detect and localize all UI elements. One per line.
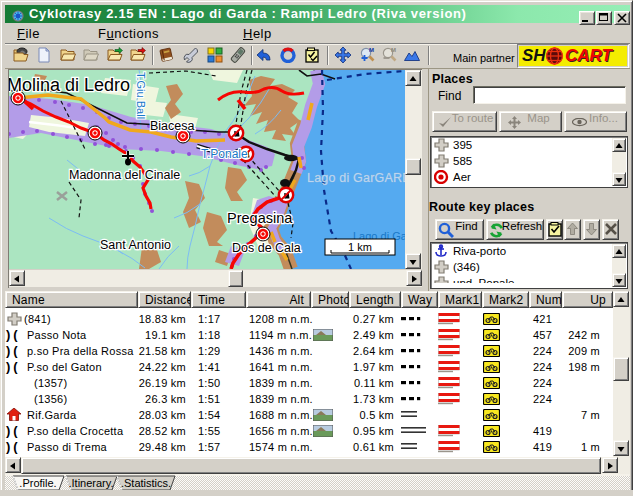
svg-text:T.Ponale: T.Ponale: [201, 147, 248, 161]
svg-text:Molina di Ledro: Molina di Ledro: [9, 75, 130, 95]
svg-text:M: M: [369, 47, 374, 53]
svg-text:.Statistics.: .Statistics.: [121, 477, 171, 489]
svg-text:T.Giu Ball: T.Giu Ball: [135, 72, 147, 119]
svg-text:Madonna del Cinale: Madonna del Cinale: [69, 168, 180, 182]
svg-text:Sant Antonio: Sant Antonio: [100, 238, 171, 252]
svg-text:Dos de Cala: Dos de Cala: [232, 241, 301, 255]
svg-text:Pregasina: Pregasina: [227, 210, 293, 226]
svg-text:Biacesa: Biacesa: [150, 119, 195, 133]
svg-text:Lago di GarGARDA: Lago di GarGARDA: [307, 171, 405, 185]
svg-text:.Itinerary.: .Itinerary.: [68, 477, 113, 489]
svg-text:.Profile.: .Profile.: [19, 477, 56, 489]
svg-text:1 km: 1 km: [348, 241, 372, 253]
svg-text:M: M: [391, 47, 396, 53]
